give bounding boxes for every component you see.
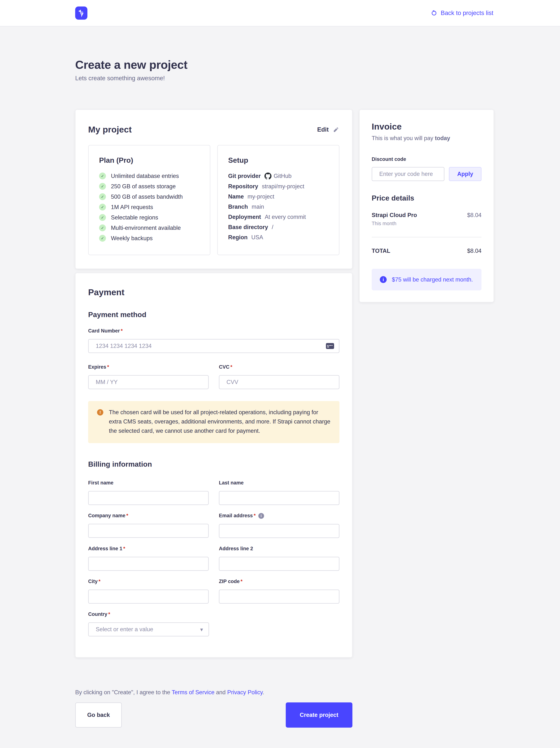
check-icon: ✓ (99, 172, 106, 180)
address-line1-label: Address line 1* (88, 546, 209, 552)
back-to-projects-link[interactable]: Back to projects list (431, 9, 493, 17)
required-marker: * (241, 579, 243, 584)
create-project-button[interactable]: Create project (286, 702, 352, 728)
plan-feature: ✓ Weekly backups (99, 235, 199, 242)
check-icon: ✓ (99, 235, 106, 242)
last-name-input[interactable] (219, 491, 339, 505)
invoice-title: Invoice (372, 121, 482, 132)
next-month-note: i $75 will be charged next month. (372, 269, 482, 290)
total-row: TOTAL $8.04 (372, 248, 482, 254)
billing-information-title: Billing information (88, 460, 339, 468)
total-amount: $8.04 (467, 248, 482, 254)
plan-title: Plan (Pro) (99, 156, 199, 164)
chevron-down-icon: ▾ (200, 626, 203, 633)
plan-feature-list: ✓ Unlimited database entries ✓ 250 GB of… (99, 172, 199, 242)
check-icon: ✓ (99, 214, 106, 221)
plan-feature: ✓ Unlimited database entries (99, 172, 199, 180)
required-marker: * (121, 328, 123, 334)
plan-feature-label: Weekly backups (111, 235, 153, 242)
discount-code-label: Discount code (372, 157, 482, 162)
invoice-subtitle: This is what you will pay today (372, 135, 482, 142)
edit-button[interactable]: Edit (317, 126, 339, 133)
warning-icon: ! (97, 409, 103, 416)
plan-feature-label: 500 GB of assets bandwidth (111, 193, 183, 200)
price-details-title: Price details (372, 194, 482, 202)
required-marker: * (108, 611, 111, 617)
go-back-button[interactable]: Go back (75, 702, 122, 728)
first-name-label: First name (88, 480, 209, 486)
discount-code-input[interactable] (372, 167, 444, 181)
page-title: Create a new project (75, 58, 493, 71)
strapi-logo[interactable] (75, 6, 88, 20)
plan-feature-label: 1M API requests (111, 204, 153, 211)
plan-feature-label: 250 GB of assets storage (111, 183, 176, 190)
plan-feature: ✓ 500 GB of assets bandwidth (99, 193, 199, 200)
zip-code-input[interactable] (219, 589, 339, 604)
address-line2-input[interactable] (219, 557, 339, 571)
last-name-label: Last name (219, 480, 339, 486)
plan-feature: ✓ Multi-environment available (99, 225, 199, 231)
cvc-input[interactable] (219, 375, 339, 389)
plan-box: Plan (Pro) ✓ Unlimited database entries … (88, 145, 210, 255)
company-name-input[interactable] (88, 524, 209, 538)
country-label: Country* (88, 611, 339, 617)
plan-feature-label: Unlimited database entries (111, 173, 179, 180)
first-name-input[interactable] (88, 491, 209, 505)
terms-note: By clicking on "Create", I agree to the … (75, 689, 352, 696)
back-arrow-icon (431, 10, 437, 16)
email-address-input[interactable] (219, 524, 339, 538)
required-marker: * (107, 364, 109, 370)
pencil-icon (333, 126, 339, 133)
card-number-label: Card Number* (88, 328, 339, 334)
page-subtitle: Lets create something awesome! (75, 75, 493, 82)
country-select-placeholder: Select or enter a value (96, 626, 153, 633)
cvc-label: CVC* (219, 364, 339, 370)
invoice-card: Invoice This is what you will pay today … (359, 110, 494, 302)
plan-feature: ✓ Selectable regions (99, 214, 199, 221)
invoice-divider (372, 237, 482, 237)
payment-title: Payment (88, 287, 339, 297)
my-project-card: My project Edit Plan (Pro) (75, 110, 352, 269)
payment-card: Payment Payment method Card Number* (75, 273, 352, 658)
my-project-title: My project (88, 124, 132, 135)
terms-of-service-link[interactable]: Terms of Service (172, 689, 215, 696)
github-icon (264, 172, 271, 180)
city-input[interactable] (88, 589, 209, 604)
info-icon: i (380, 276, 387, 283)
line-item-name: Strapi Cloud Pro (372, 212, 417, 218)
setup-row-git-provider: Git provider GitHub (228, 172, 328, 180)
setup-box: Setup Git provider GitHub Repository str… (217, 145, 339, 255)
required-marker: * (230, 364, 233, 370)
edit-button-label: Edit (317, 126, 329, 133)
total-label: TOTAL (372, 248, 390, 254)
privacy-policy-link[interactable]: Privacy Policy (227, 689, 263, 696)
country-select[interactable]: Select or enter a value ▾ (88, 622, 209, 636)
card-number-input[interactable] (88, 339, 339, 353)
plan-feature-label: Multi-environment available (111, 225, 181, 231)
email-info-icon: i (258, 513, 264, 519)
back-link-label: Back to projects list (441, 9, 493, 17)
top-bar: Back to projects list (0, 0, 560, 26)
apply-button[interactable]: Apply (449, 167, 482, 181)
card-usage-warning-text: The chosen card will be used for all pro… (109, 408, 331, 436)
city-label: City* (88, 579, 209, 584)
setup-row-deployment: Deployment At every commit (228, 214, 328, 220)
price-line-item: Strapi Cloud Pro This month $8.04 (372, 212, 482, 227)
setup-row-region: Region USA (228, 234, 328, 241)
check-icon: ✓ (99, 204, 106, 211)
address-line1-input[interactable] (88, 557, 209, 571)
setup-row-base-directory: Base directory / (228, 224, 328, 231)
card-usage-warning: ! The chosen card will be used for all p… (88, 401, 339, 443)
main-content: Create a new project Lets create somethi… (0, 26, 560, 728)
setup-row-name: Name my-project (228, 193, 328, 200)
line-item-amount: $8.04 (467, 212, 482, 227)
check-icon: ✓ (99, 193, 106, 200)
setup-title: Setup (228, 156, 328, 164)
required-marker: * (254, 513, 256, 518)
required-marker: * (123, 546, 125, 552)
required-marker: * (126, 513, 128, 518)
required-marker: * (99, 579, 101, 584)
expires-input[interactable] (88, 375, 209, 389)
address-line2-label: Address line 2 (219, 546, 339, 552)
setup-row-branch: Branch main (228, 204, 328, 210)
